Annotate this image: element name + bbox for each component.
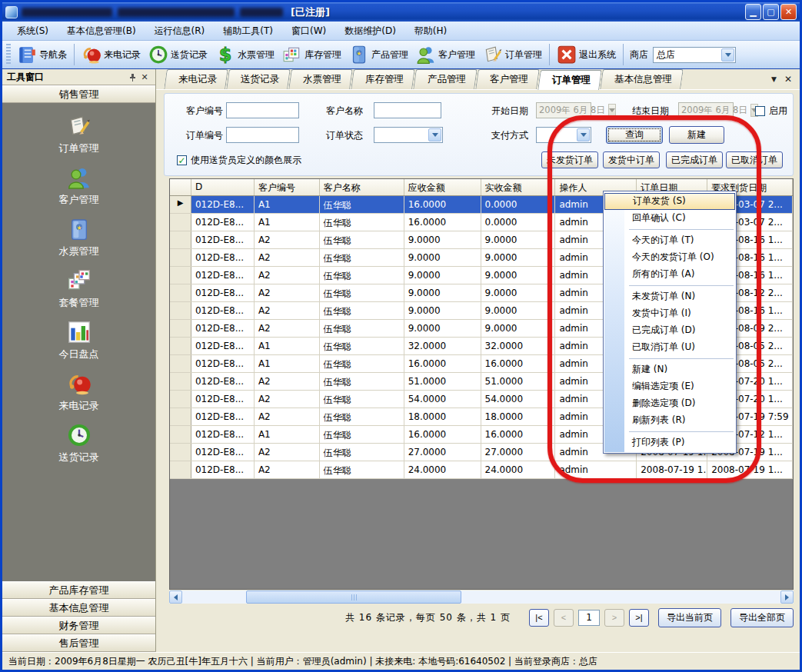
scroll-left-icon[interactable] [169,590,182,604]
tab-送货记录[interactable]: 送货记录 [226,69,291,89]
tab-水票管理[interactable]: 水票管理 [288,69,353,89]
row-selector[interactable] [170,267,191,284]
next-page-button[interactable]: > [604,609,624,627]
horizontal-scrollbar[interactable] [169,590,794,604]
context-menu-item-15[interactable]: 刷新列表 (R) [604,412,735,429]
row-selector[interactable] [170,461,191,478]
customer-no-input[interactable] [226,102,299,118]
scrollbar-thumb[interactable] [246,590,461,604]
sidebar-item-incoming-call[interactable]: 来电记录 [59,371,99,413]
export-all-pages-button[interactable]: 导出全部页 [730,608,794,627]
column-header-2[interactable]: 客户名称 [320,179,404,195]
row-selector[interactable] [170,231,191,248]
chevron-down-icon[interactable] [577,128,590,141]
toolbar-button-water-ticket[interactable]: $水票管理 [211,42,278,67]
status-filter-button-3[interactable]: 已取消订单 [726,151,783,168]
sidebar-item-stocktake[interactable]: 今日盘点 [59,320,99,361]
start-date-picker[interactable]: 2009年 6月 8日 [536,102,591,118]
row-selector[interactable] [170,373,191,390]
chevron-down-icon[interactable] [428,128,441,141]
enable-checkbox-row[interactable]: 启用 [755,105,787,118]
pin-icon[interactable] [126,71,138,83]
order-status-select[interactable] [374,127,443,143]
tab-库存管理[interactable]: 库存管理 [351,69,415,89]
minimize-button[interactable]: ▁ [745,4,761,20]
last-page-button[interactable]: >| [629,609,649,627]
status-filter-button-0[interactable]: 未发货订单 [541,151,598,168]
row-selector[interactable] [170,426,191,443]
row-selector[interactable] [170,214,191,231]
first-page-button[interactable]: |< [529,609,549,627]
row-selector[interactable] [170,338,191,354]
tab-scroll-down-icon[interactable]: ▼ [771,75,777,83]
sidebar-group-sales[interactable]: 销售管理 [2,85,155,103]
query-button[interactable]: 查询 [606,126,663,144]
column-header-0[interactable]: D [191,179,255,195]
menubar-item-3[interactable]: 辅助工具(T) [215,22,281,40]
tab-客户管理[interactable]: 客户管理 [475,69,540,89]
menubar-item-5[interactable]: 数据维护(D) [336,22,404,40]
sidebar-group-3[interactable]: 售后管理 [2,634,155,652]
column-header-4[interactable]: 实收金额 [481,179,556,195]
row-selector[interactable] [170,355,191,372]
tab-来电记录[interactable]: 来电记录 [164,69,228,89]
context-menu-item-17[interactable]: 打印列表 (P) [604,434,735,451]
toolbar-button-exit[interactable]: 退出系统 [553,42,620,67]
context-menu-item-0[interactable]: 订单发货 (S) [604,193,735,210]
column-header-3[interactable]: 应收金额 [404,179,481,195]
status-filter-button-2[interactable]: 已完成订单 [666,151,723,168]
toolbar-button-inventory[interactable]: 库存管理 [278,42,345,67]
toolbar-button-customer[interactable]: 客户管理 [412,42,479,67]
row-selector[interactable] [170,391,191,408]
status-filter-button-1[interactable]: 发货中订单 [603,151,660,168]
page-number-input[interactable] [578,610,600,626]
menubar-item-2[interactable]: 运行信息(R) [146,22,214,40]
row-selector[interactable] [170,408,191,425]
context-menu-item-7[interactable]: 未发货订单 (N) [604,288,735,305]
tab-订单管理[interactable]: 订单管理 [537,70,602,90]
menubar-item-4[interactable]: 窗口(W) [283,22,334,40]
new-button[interactable]: 新建 [669,126,724,144]
order-no-input[interactable] [226,127,299,143]
sidebar-item-water-ticket[interactable]: ★水票管理 [59,217,99,258]
chevron-down-icon[interactable] [721,48,734,62]
sidebar-group-2[interactable]: 财务管理 [2,617,155,634]
sidebar-item-package[interactable]: 套餐管理 [59,268,99,310]
context-menu-item-3[interactable]: 今天的订单 (T) [604,232,735,249]
sidebar-item-delivery-record[interactable]: 送货记录 [59,423,99,464]
tab-基本信息管理[interactable]: 基本信息管理 [600,69,684,89]
context-menu-item-12[interactable]: 新建 (N) [604,361,735,378]
pay-method-select[interactable] [536,127,591,143]
context-menu-item-10[interactable]: 已取消订单 (U) [604,339,735,356]
context-menu-item-9[interactable]: 已完成订单 (D) [604,322,735,339]
color-checkbox-row[interactable]: ✓ 使用送货员定义的颜色展示 [177,154,301,167]
context-menu-item-5[interactable]: 所有的订单 (A) [604,266,735,283]
context-menu-item-14[interactable]: 删除选定项 (D) [604,395,735,412]
tab-产品管理[interactable]: 产品管理 [413,69,478,89]
row-selector[interactable] [170,284,191,301]
customer-name-input[interactable] [374,102,441,118]
close-button[interactable]: ✕ [780,4,797,20]
toolbar-button-navigator[interactable]: 导航条 [13,42,71,67]
close-icon[interactable]: ✕ [138,71,151,83]
toolbar-button-product[interactable]: ★产品管理 [345,42,412,67]
context-menu-item-13[interactable]: 编辑选定项 (E) [604,378,735,395]
sidebar-item-order[interactable]: 订单管理 [59,114,99,155]
enable-checkbox[interactable] [755,106,765,116]
export-current-page-button[interactable]: 导出当前页 [658,608,721,627]
sidebar-group-1[interactable]: 基本信息管理 [2,599,155,617]
row-selector[interactable] [170,320,191,337]
color-checkbox[interactable]: ✓ [177,155,187,165]
prev-page-button[interactable]: < [554,609,574,627]
menubar-item-0[interactable]: 系统(S) [8,22,57,40]
toolbar-button-delivery-record[interactable]: 送货记录 [145,42,211,67]
toolbar-button-order[interactable]: 订单管理 [479,42,546,67]
row-selector[interactable] [170,249,191,266]
column-header-1[interactable]: 客户编号 [255,179,320,195]
maximize-button[interactable]: ▢ [763,4,779,20]
context-menu-item-4[interactable]: 今天的发货订单 (O) [604,249,735,266]
table-row[interactable]: 012D-E8...A2伍华聪24.000024.0000admin2008-0… [170,461,793,479]
sidebar-group-0[interactable]: 产品库存管理 [2,581,155,599]
tab-close-icon[interactable]: ✕ [784,74,792,85]
context-menu-item-1[interactable]: 回单确认 (C) [604,210,735,227]
